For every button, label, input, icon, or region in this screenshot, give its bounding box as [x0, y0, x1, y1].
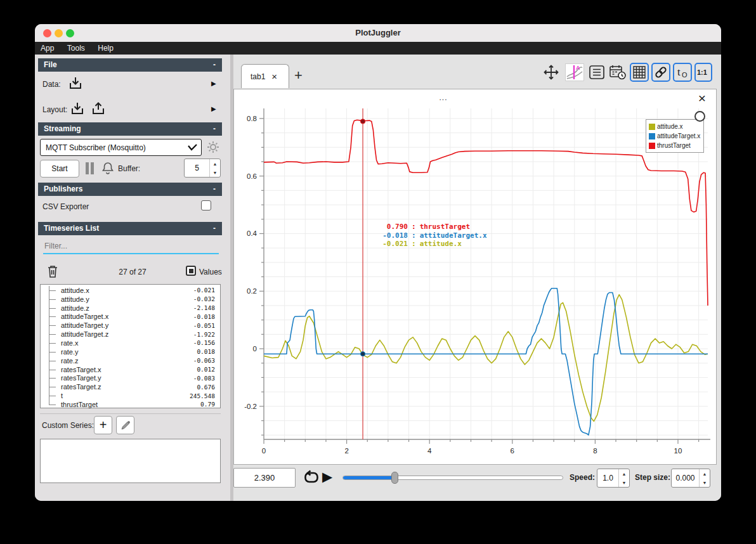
legend-entry[interactable]: thrustTarget	[649, 141, 701, 150]
tree-branch	[49, 361, 56, 361]
time-offset-button[interactable]: t O	[673, 63, 692, 82]
add-tab-button[interactable]: +	[294, 67, 303, 84]
spin-down-icon[interactable]: ▼	[619, 478, 629, 487]
timeseries-row[interactable]: rate.x-0.156	[41, 339, 220, 347]
values-checkbox-mark	[189, 269, 193, 273]
curve-list-icon[interactable]	[588, 63, 606, 81]
filter-underline	[43, 253, 219, 254]
timeseries-row[interactable]: attitude.y-0.032	[41, 295, 220, 304]
add-custom-series-button[interactable]: +	[94, 416, 112, 434]
save-layout-icon[interactable]	[91, 101, 106, 116]
collapse-icon[interactable]: -	[213, 183, 216, 196]
values-checkbox[interactable]	[186, 266, 196, 276]
current-time-value: 2.390	[254, 473, 275, 482]
svg-text:2: 2	[344, 447, 348, 455]
seek-slider[interactable]	[342, 476, 563, 480]
timeseries-row[interactable]: rate.z-0.063	[41, 356, 220, 365]
streaming-section-header[interactable]: Streaming -	[38, 122, 222, 136]
timeseries-row[interactable]: ratesTarget.x0.012	[41, 365, 220, 374]
buffer-spinner[interactable]: 5 ▲ ▼	[184, 159, 221, 178]
data-menu-arrow-icon[interactable]: ▶	[211, 80, 216, 87]
menu-help[interactable]: Help	[98, 42, 114, 55]
speed-value: 1.0	[597, 469, 618, 487]
legend-toggle-move-icon[interactable]	[542, 63, 560, 81]
filter-input[interactable]	[43, 240, 221, 252]
tree-branch	[49, 325, 56, 326]
plot-legend[interactable]: attitude.x attitudeTarget.x thrustTarget	[646, 119, 704, 153]
values-label: Values	[199, 268, 222, 276]
streaming-source-select[interactable]: MQTT Subscriber (Mosquitto)	[40, 139, 202, 156]
timeseries-row[interactable]: thrustTarget0.79	[41, 400, 220, 409]
publishers-section-header[interactable]: Publishers -	[38, 183, 222, 196]
datetime-toggle-icon[interactable]	[608, 63, 627, 81]
legend-label: attitude.x	[657, 123, 683, 130]
loop-icon[interactable]	[303, 469, 320, 487]
svg-text:0.4: 0.4	[247, 230, 257, 237]
csv-exporter-checkbox[interactable]	[201, 200, 211, 210]
spin-up-icon[interactable]: ▲	[619, 469, 629, 478]
grid-view-button[interactable]	[630, 63, 649, 82]
timeseries-row[interactable]: attitude.z-2.148	[41, 304, 220, 313]
tree-branch	[49, 334, 56, 335]
ratio-1-1-button[interactable]: 1:1	[694, 63, 712, 82]
tab-close-icon[interactable]: ×	[271, 71, 277, 82]
streaming-settings-gear-icon[interactable]	[206, 140, 220, 154]
file-section-header[interactable]: File -	[38, 58, 222, 72]
timeseries-row[interactable]: t245.548	[41, 391, 220, 400]
timeseries-section-header[interactable]: Timeseries List -	[38, 222, 222, 235]
tree-branch	[49, 370, 56, 370]
seek-slider-handle[interactable]	[391, 472, 398, 484]
timeseries-section-label: Timeseries List	[44, 224, 99, 233]
layout-menu-arrow-icon[interactable]: ▶	[211, 105, 216, 112]
zoom-reset-handle[interactable]	[694, 111, 705, 122]
speed-spinner[interactable]: 1.0 ▲ ▼	[597, 469, 630, 488]
spin-up-icon[interactable]: ▲	[210, 159, 220, 168]
buffer-label: Buffer:	[118, 164, 140, 173]
plot-canvas[interactable]: 0246810-0.200.20.40.60.8	[234, 89, 716, 464]
current-time-field[interactable]: 2.390	[233, 468, 296, 488]
load-layout-icon[interactable]	[70, 101, 85, 116]
spin-up-icon[interactable]: ▲	[700, 469, 710, 478]
pause-bar	[91, 162, 94, 174]
plot-title[interactable]: ...	[234, 93, 653, 102]
timeseries-row[interactable]: attitude.x-0.021	[41, 286, 220, 295]
chevron-down-icon	[187, 144, 197, 152]
spin-down-icon[interactable]: ▼	[700, 478, 710, 487]
spin-down-icon[interactable]: ▼	[210, 168, 220, 177]
load-data-icon[interactable]	[68, 75, 83, 91]
play-button[interactable]: ▶	[322, 469, 332, 484]
tab-tab1[interactable]: tab1 ×	[241, 64, 289, 88]
menu-tools[interactable]: Tools	[67, 42, 85, 55]
collapse-icon[interactable]: -	[213, 222, 216, 235]
speed-label: Speed:	[570, 473, 595, 482]
timeseries-row[interactable]: attitudeTarget.z-1.922	[41, 330, 220, 339]
timeseries-row[interactable]: ratesTarget.y-0.083	[41, 373, 220, 382]
custom-series-list[interactable]	[40, 439, 221, 483]
timeseries-list[interactable]: attitude.x-0.021 attitude.y-0.032 attitu…	[40, 284, 221, 408]
legend-swatch	[649, 133, 655, 139]
legend-label: attitudeTarget.x	[657, 133, 700, 139]
notifications-bell-icon[interactable]	[100, 160, 115, 176]
collapse-icon[interactable]: -	[213, 122, 216, 136]
publishers-section-label: Publishers	[44, 185, 82, 193]
curve-style-icon[interactable]: A	[565, 63, 584, 81]
timeseries-row[interactable]: attitudeTarget.y-0.051	[41, 321, 220, 330]
legend-entry[interactable]: attitudeTarget.x	[649, 131, 701, 141]
timeseries-row[interactable]: ratesTarget.z0.676	[41, 382, 220, 391]
svg-text:O: O	[682, 71, 688, 79]
start-button[interactable]: Start	[40, 160, 79, 178]
svg-text:0.2: 0.2	[247, 287, 257, 295]
edit-custom-series-button[interactable]	[116, 416, 134, 434]
file-section-label: File	[44, 60, 57, 69]
legend-entry[interactable]: attitude.x	[649, 122, 701, 131]
collapse-icon[interactable]: -	[213, 58, 216, 72]
svg-text:0.8: 0.8	[247, 115, 257, 122]
crosshair-readout: 0.790 : thrustTarget -0.018 : attitudeTa…	[379, 223, 487, 249]
plot-close-icon[interactable]: ×	[698, 91, 706, 106]
link-axes-button[interactable]	[651, 63, 670, 82]
timeseries-row[interactable]: attitudeTarget.x-0.018	[41, 313, 220, 321]
step-size-spinner[interactable]: 0.000 ▲ ▼	[671, 469, 710, 488]
timeseries-row[interactable]: rate.y0.018	[41, 347, 220, 356]
plus-icon: +	[100, 418, 107, 432]
menu-app[interactable]: App	[41, 42, 54, 55]
